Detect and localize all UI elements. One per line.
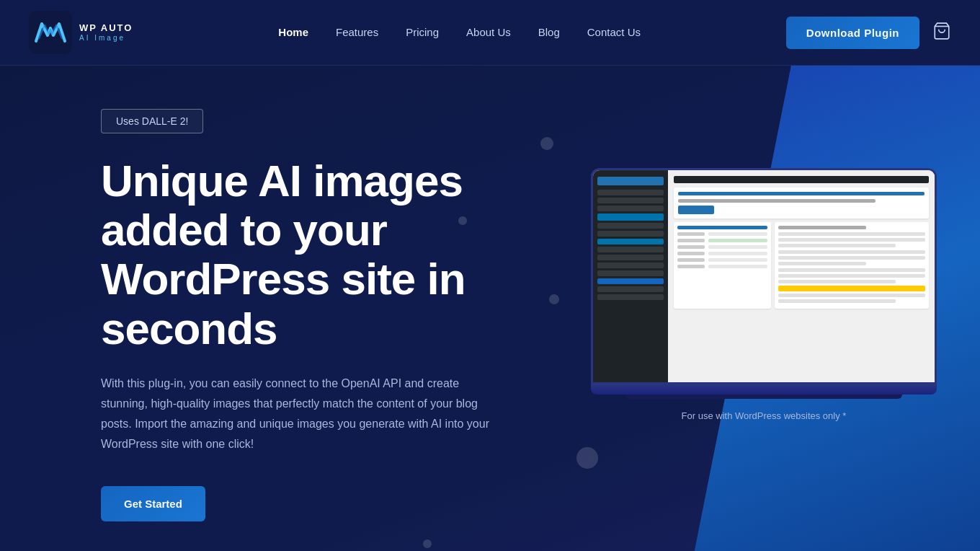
nav-link-contact[interactable]: Contact Us xyxy=(587,26,641,38)
logo-text: WP AUTO AI Image xyxy=(79,23,133,41)
decorative-dot-1 xyxy=(540,137,553,150)
navbar: WP AUTO AI Image Home Features Pricing A… xyxy=(0,0,980,66)
logo-icon xyxy=(29,11,72,54)
nav-link-pricing[interactable]: Pricing xyxy=(406,26,439,38)
nav-link-about[interactable]: About Us xyxy=(466,26,511,38)
wp-main-content xyxy=(668,170,935,382)
decorative-dot-2 xyxy=(549,294,559,304)
laptop-foot xyxy=(625,394,902,399)
nav-link-blog[interactable]: Blog xyxy=(538,26,560,38)
wordpress-admin-preview xyxy=(593,170,935,382)
hero-title: Unique AI images added to your WordPress… xyxy=(101,157,490,353)
decorative-dot-3 xyxy=(576,447,598,469)
laptop-mockup xyxy=(591,168,937,399)
laptop-base xyxy=(591,384,937,394)
download-plugin-button[interactable]: Download Plugin xyxy=(786,17,919,49)
hero-section: Uses DALL-E 2! Unique AI images added to… xyxy=(0,0,980,551)
nav-right: Download Plugin xyxy=(786,17,951,49)
hero-visual: For use with WordPress websites only * xyxy=(591,168,937,421)
hero-description: With this plug-in, you can easily connec… xyxy=(101,374,490,454)
hero-badge: Uses DALL-E 2! xyxy=(101,109,203,133)
logo-link[interactable]: WP AUTO AI Image xyxy=(29,11,133,54)
hero-content: Uses DALL-E 2! Unique AI images added to… xyxy=(0,66,519,551)
get-started-button[interactable]: Get Started xyxy=(101,486,205,521)
decorative-dot-5 xyxy=(966,220,976,230)
wordpress-note: For use with WordPress websites only * xyxy=(591,410,937,421)
cart-icon[interactable] xyxy=(932,22,951,43)
nav-link-features[interactable]: Features xyxy=(336,26,378,38)
svg-rect-0 xyxy=(29,11,72,54)
wp-sidebar xyxy=(593,170,668,382)
logo-sub-text: AI Image xyxy=(79,34,133,42)
laptop-screen xyxy=(591,168,937,384)
nav-menu: Home Features Pricing About Us Blog Cont… xyxy=(278,26,641,39)
nav-link-home[interactable]: Home xyxy=(278,26,308,38)
logo-main-text: WP AUTO xyxy=(79,23,133,33)
